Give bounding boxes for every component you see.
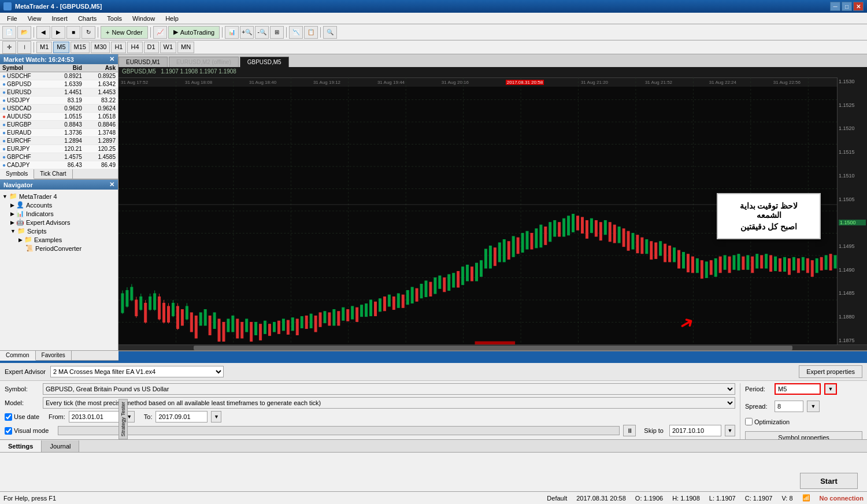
chart-canvas[interactable]: 1.1530 1.1525 1.1520 1.1515 1.1510 1.150… — [118, 77, 867, 344]
market-watch-row[interactable]: ●EURJPY 120.21 120.25 — [0, 145, 118, 153]
visual-mode-checkbox[interactable] — [5, 427, 12, 435]
to-date-picker[interactable]: ▼ — [211, 411, 221, 423]
nav-scripts[interactable]: ▼ 📁 Scripts — [0, 227, 118, 235]
chart-bar-btn[interactable]: 📊 — [225, 26, 239, 39]
tf-m1[interactable]: M1 — [36, 42, 52, 53]
model-select[interactable]: Every tick (the most precise method base… — [43, 397, 735, 409]
open-btn[interactable]: 📂 — [17, 26, 31, 39]
tab-journal[interactable]: Journal — [42, 440, 79, 452]
menu-window[interactable]: Window — [128, 14, 160, 23]
use-date-checkbox[interactable] — [5, 413, 12, 421]
line-studies-btn[interactable]: ⁞ — [17, 41, 31, 54]
line-btn[interactable]: 📈 — [153, 26, 167, 39]
market-watch-row[interactable]: ●EURAUD 1.3736 1.3748 — [0, 129, 118, 137]
chart-tab-eurusd-m2[interactable]: EURUSD,M2 (offline) — [169, 57, 239, 67]
templates-btn[interactable]: 📋 — [304, 26, 318, 39]
nav-examples[interactable]: ▶ 📁 Examples — [0, 235, 118, 244]
spread-dropdown[interactable]: ▼ — [807, 401, 820, 412]
navigator-close[interactable]: ✕ — [109, 181, 114, 188]
ask-cell: 1.4585 — [84, 153, 118, 161]
nav-expert-advisors[interactable]: ▶ 🤖 Expert Advisors — [0, 218, 118, 227]
to-date-input[interactable] — [155, 411, 208, 423]
tab-settings[interactable]: Settings — [0, 440, 42, 452]
svg-rect-151 — [636, 235, 639, 253]
timeframe-toolbar: ✛ ⁞ M1 M5 M15 M30 H1 H4 D1 W1 MN — [0, 40, 867, 54]
market-watch-row[interactable]: ●USDJPY 83.19 83.22 — [0, 97, 118, 105]
chart-tabs: EURUSD,M1 EURUSD,M2 (offline) GBPUSD,M5 — [118, 54, 867, 67]
close-button[interactable]: ✕ — [853, 2, 864, 11]
tf-m30[interactable]: M30 — [91, 42, 110, 53]
price-level: 1.1525 — [839, 102, 866, 108]
nav-indicators[interactable]: ▶ 📊 Indicators — [0, 209, 118, 218]
tf-m15[interactable]: M15 — [71, 42, 90, 53]
market-watch-row[interactable]: ●USDCHF 0.8921 0.8925 — [0, 72, 118, 80]
period-input[interactable] — [775, 383, 821, 395]
restore-button[interactable]: □ — [842, 2, 852, 11]
tf-d1[interactable]: D1 — [144, 42, 159, 53]
market-watch-row[interactable]: ●GBPUSD 1.6339 1.6342 — [0, 80, 118, 88]
forward-btn[interactable]: ▶ — [51, 26, 65, 39]
svg-rect-109 — [443, 278, 446, 292]
scrollbar-thumb[interactable] — [194, 346, 792, 350]
chart-tab-gbpusd-m5[interactable]: GBPUSD,M5 — [240, 57, 289, 67]
status-help: For Help, press F1 — [3, 495, 56, 502]
skip-date-picker[interactable]: ▼ — [725, 425, 735, 436]
market-watch-row[interactable]: ●AUDUSD 1.0515 1.0518 — [0, 113, 118, 121]
svg-rect-99 — [397, 294, 399, 307]
tf-mn[interactable]: MN — [177, 42, 194, 53]
pause-button[interactable]: ⏸ — [623, 425, 636, 436]
market-watch-row[interactable]: ●GBPCHF 1.4575 1.4585 — [0, 153, 118, 161]
tf-w1[interactable]: W1 — [160, 42, 177, 53]
indicators-btn[interactable]: 📉 — [289, 26, 303, 39]
menu-tools[interactable]: Tools — [102, 14, 127, 23]
skip-to-input[interactable] — [669, 425, 721, 436]
optimization-checkbox[interactable] — [745, 418, 753, 425]
symbol-select[interactable]: GBPUSD, Great Britain Pound vs US Dollar — [43, 383, 735, 395]
new-btn[interactable]: 📄 — [2, 26, 16, 39]
chart-horizontal-scrollbar[interactable] — [118, 344, 867, 350]
menu-charts[interactable]: Charts — [73, 14, 101, 23]
search-btn[interactable]: 🔍 — [323, 26, 337, 39]
menu-file[interactable]: File — [2, 14, 22, 23]
menu-view[interactable]: View — [23, 14, 46, 23]
stop-btn[interactable]: ■ — [66, 26, 80, 39]
strategy-tester-side-label[interactable]: Strategy Tester — [118, 399, 128, 439]
tab-symbols[interactable]: Symbols — [0, 169, 34, 179]
expert-properties-button[interactable]: Expert properties — [799, 365, 862, 378]
start-button[interactable]: Start — [800, 473, 858, 489]
chart-grid-btn[interactable]: ⊞ — [270, 26, 284, 39]
refresh-btn[interactable]: ↻ — [81, 26, 95, 39]
from-date-input[interactable] — [69, 411, 121, 423]
svg-rect-160 — [678, 250, 680, 268]
svg-rect-104 — [420, 284, 423, 298]
nav-metatrader4[interactable]: ▼ 📁 MetaTrader 4 — [0, 192, 118, 201]
market-watch-row[interactable]: ●EURCHF 1.2894 1.2897 — [0, 137, 118, 145]
expert-advisor-dropdown[interactable]: 2 MA Crosses Mega filter EA V1.ex4 — [50, 366, 224, 377]
tab-tick-chart[interactable]: Tick Chart — [34, 169, 72, 179]
zoom-in-btn[interactable]: +🔍 — [240, 26, 254, 39]
period-dropdown[interactable]: ▼ — [824, 383, 837, 395]
svg-rect-54 — [190, 313, 192, 332]
crosshair-btn[interactable]: ✛ — [2, 41, 16, 54]
chart-tab-eurusd-m1[interactable]: EURUSD,M1 — [118, 57, 168, 67]
tf-h4[interactable]: H4 — [127, 42, 142, 53]
market-watch-row[interactable]: ●CADJPY 86.43 86.49 — [0, 161, 118, 169]
tf-h1[interactable]: H1 — [111, 42, 126, 53]
market-watch-row[interactable]: ●EURUSD 1.4451 1.4453 — [0, 88, 118, 97]
market-watch-row[interactable]: ●USDCAD 0.9620 0.9624 — [0, 105, 118, 113]
menu-help[interactable]: Help — [161, 14, 183, 23]
new-order-button[interactable]: + New Order — [101, 26, 148, 39]
svg-rect-57 — [204, 310, 206, 326]
nav-accounts[interactable]: ▶ 👤 Accounts — [0, 201, 118, 209]
tf-m5[interactable]: M5 — [53, 42, 69, 53]
market-watch-close[interactable]: ✕ — [109, 55, 114, 63]
back-btn[interactable]: ◀ — [36, 26, 50, 39]
menu-insert[interactable]: Insert — [47, 14, 72, 23]
symbol-cell: ●EURAUD — [0, 129, 51, 137]
autotrading-button[interactable]: ▶ AutoTrading — [168, 26, 220, 39]
zoom-out-btn[interactable]: -🔍 — [255, 26, 269, 39]
market-watch-row[interactable]: ●EURGBP 0.8843 0.8846 — [0, 121, 118, 129]
nav-period-converter[interactable]: 📜 PeriodConverter — [0, 244, 118, 253]
minimize-button[interactable]: ─ — [830, 2, 840, 11]
spread-input[interactable] — [775, 401, 803, 412]
